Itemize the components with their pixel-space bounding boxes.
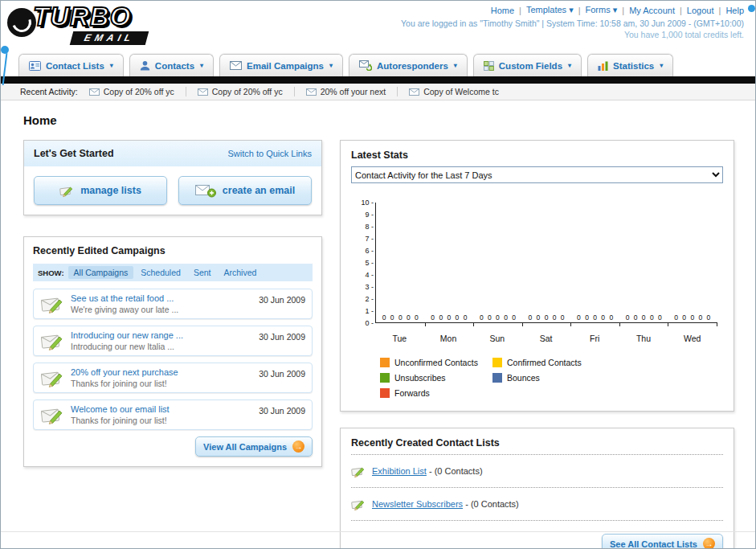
email-campaigns-icon — [230, 61, 242, 70]
recent-activity-item[interactable]: Copy of 20% off yc — [198, 87, 295, 96]
recent-activity-text: Copy of 20% off yc — [104, 87, 174, 96]
chart-group-values: 0 0 0 0 0 — [376, 313, 425, 322]
logo-disc-icon — [7, 8, 36, 37]
campaign-row[interactable]: Introducing our new range ...Introducing… — [33, 326, 313, 356]
arrow-right-icon: → — [703, 538, 715, 549]
y-axis-label: 8 - — [365, 223, 374, 230]
campaign-row[interactable]: Welcome to our email listThanks for join… — [33, 399, 313, 430]
contact-list-link[interactable]: Newsletter Subscribers — [372, 499, 463, 509]
envelope-pencil-icon — [40, 293, 64, 314]
recent-activity-item[interactable]: Copy of Welcome tc — [409, 87, 510, 96]
get-started-header: Let's Get Started Switch to Quick Links — [24, 141, 321, 166]
campaign-title-link[interactable]: 20% off your next purchase — [71, 367, 252, 377]
contact-list-item[interactable]: Exhibition List - (0 Contacts) — [351, 461, 723, 481]
chart-group: 0 0 0 0 0 — [522, 203, 571, 322]
nav-tab-statistics[interactable]: Statistics▾ — [587, 54, 673, 76]
stats-period-select[interactable]: Contact Activity for the Last 7 Days — [351, 166, 723, 183]
campaign-tab-sent[interactable]: Sent — [188, 266, 217, 279]
get-started-panel: Let's Get Started Switch to Quick Links … — [23, 140, 322, 215]
latest-stats-title: Latest Stats — [351, 150, 723, 161]
legend-label: Confirmed Contacts — [507, 358, 582, 367]
nav-tab-label: Custom Fields — [499, 61, 562, 71]
campaign-tab-archived[interactable]: Archived — [218, 266, 262, 279]
nav-tab-autoresponders[interactable]: Autoresponders▾ — [349, 54, 468, 76]
nav-tab-label: Autoresponders — [377, 61, 448, 71]
x-axis-label: Sun — [472, 334, 521, 343]
envelope-pencil-icon — [40, 404, 64, 425]
chart-group-values: 0 0 0 0 0 — [522, 313, 571, 322]
chart-group-values: 0 0 0 0 0 — [570, 313, 619, 322]
recent-activity-items: Copy of 20% off ycCopy of 20% off yc20% … — [89, 87, 510, 96]
campaign-title-link[interactable]: See us at the retail food ... — [71, 293, 252, 303]
top-link-my-account[interactable]: My Account — [629, 6, 675, 15]
campaign-filter-bar: SHOW: All CampaignsScheduledSentArchived — [33, 264, 313, 281]
chevron-down-icon: ▾ — [568, 62, 571, 69]
footer-divider — [1, 531, 755, 532]
nav-tab-contacts[interactable]: Contacts▾ — [129, 54, 214, 76]
link-separator: | — [578, 6, 581, 15]
y-axis-label: 6 - — [365, 248, 374, 254]
top-link-home[interactable]: Home — [491, 6, 514, 15]
statistics-icon — [598, 61, 608, 71]
campaign-row[interactable]: See us at the retail food ...We're givin… — [33, 289, 313, 319]
recent-activity-item[interactable]: Copy of 20% off yc — [89, 87, 186, 96]
legend-item-unsubscribes: Unsubscribes — [380, 373, 492, 383]
contact-list-item[interactable]: Newsletter Subscribers - (0 Contacts) — [351, 494, 723, 514]
manage-lists-button[interactable]: manage lists — [34, 176, 167, 205]
top-link-forms[interactable]: Forms ▾ — [586, 5, 618, 15]
recent-activity-item[interactable]: 20% off your next — [306, 87, 398, 96]
campaign-subtitle: Introducing our new Italia ... — [71, 342, 252, 351]
pencil-icon — [351, 497, 366, 511]
campaign-tab-scheduled[interactable]: Scheduled — [135, 266, 186, 279]
chevron-down-icon: ▾ — [454, 62, 457, 69]
top-link-logout[interactable]: Logout — [687, 6, 714, 15]
contact-activity-chart: 10 -9 -8 -7 -6 -5 -4 -3 -2 -1 -0 - 0 0 0… — [353, 203, 717, 398]
logo-turbo-text: TURBO — [33, 4, 147, 30]
legend-item-confirmed-contacts: Confirmed Contacts — [492, 358, 605, 367]
legend-label: Unsubscribes — [394, 373, 446, 383]
y-axis-label: 2 - — [365, 296, 374, 302]
app-header: TURBO EMAIL Home|Templates ▾|Forms ▾|My … — [1, 1, 755, 52]
create-email-button[interactable]: create an email — [178, 176, 312, 205]
nav-divider-bar — [1, 76, 755, 84]
legend-label: Unconfirmed Contacts — [394, 358, 478, 367]
see-all-contact-lists-button[interactable]: See All Contact Lists → — [602, 534, 723, 549]
campaign-row[interactable]: 20% off your next purchaseThanks for joi… — [33, 363, 313, 393]
nav-tab-contact-lists[interactable]: Contact Lists▾ — [18, 54, 124, 76]
chevron-down-icon: ▾ — [329, 62, 333, 69]
chart-plot: 0 0 0 0 00 0 0 0 00 0 0 0 00 0 0 0 00 0 … — [375, 203, 717, 323]
chart-group-values: 0 0 0 0 0 — [473, 313, 522, 322]
envelope-pencil-icon — [40, 367, 64, 388]
x-axis-label: Thu — [619, 334, 668, 343]
credits-info: You have 1,000 total credits left. — [624, 30, 744, 39]
x-axis-label: Fri — [570, 334, 619, 343]
campaign-title-link[interactable]: Introducing our new range ... — [71, 330, 252, 340]
legend-swatch — [492, 358, 502, 367]
contact-list-link[interactable]: Exhibition List — [372, 466, 427, 476]
nav-tab-email-campaigns[interactable]: Email Campaigns▾ — [219, 54, 343, 76]
chevron-down-icon: ▾ — [660, 62, 663, 69]
envelope-icon — [306, 88, 317, 96]
arrow-right-icon: → — [292, 440, 304, 453]
link-separator: | — [719, 6, 721, 15]
legend-item-unconfirmed-contacts: Unconfirmed Contacts — [380, 358, 492, 367]
view-all-campaigns-button[interactable]: View All Campaigns → — [195, 436, 313, 457]
x-axis-label: Sat — [521, 334, 570, 343]
y-axis-label: 3 - — [365, 284, 374, 290]
chart-group-values: 0 0 0 0 0 — [425, 313, 474, 322]
recent-activity-text: 20% off your next — [321, 87, 386, 96]
campaign-tab-all-campaigns[interactable]: All Campaigns — [68, 266, 134, 279]
campaign-title-link[interactable]: Welcome to our email list — [71, 404, 252, 414]
legend-swatch — [380, 388, 390, 398]
recently-edited-campaigns-panel: Recently Edited Campaigns SHOW: All Camp… — [23, 236, 322, 467]
switch-quick-links-link[interactable]: Switch to Quick Links — [227, 149, 312, 158]
nav-tab-custom-fields[interactable]: Custom Fields▾ — [473, 54, 582, 76]
campaign-date: 30 Jun 2009 — [259, 369, 305, 379]
logo-email-text: EMAIL — [70, 31, 149, 45]
nav-tab-label: Email Campaigns — [247, 61, 324, 71]
contact-lists-title: Recently Created Contact Lists — [351, 437, 723, 449]
top-link-templates[interactable]: Templates ▾ — [526, 5, 574, 15]
top-link-help[interactable]: Help — [725, 6, 744, 15]
autoresponders-icon — [359, 60, 372, 71]
link-separator: | — [680, 6, 682, 15]
